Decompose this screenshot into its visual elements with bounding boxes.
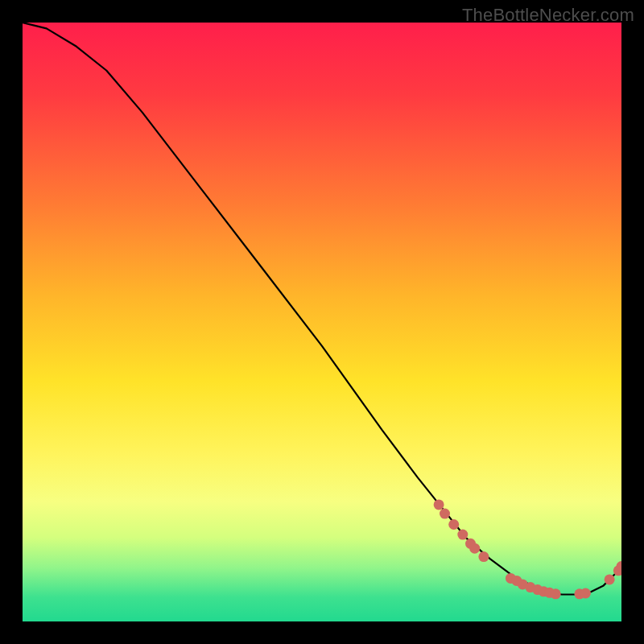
data-marker <box>469 543 480 554</box>
chart-svg <box>23 23 621 621</box>
plot-area <box>23 23 621 621</box>
data-marker <box>478 551 489 562</box>
data-marker <box>605 574 615 584</box>
data-marker <box>448 519 459 530</box>
chart-frame: TheBottleNecker.com <box>0 0 644 644</box>
data-marker <box>551 588 561 599</box>
data-marker <box>580 588 591 599</box>
data-marker <box>434 499 444 510</box>
data-marker <box>440 509 450 519</box>
data-marker <box>457 530 468 540</box>
watermark-text: TheBottleNecker.com <box>462 5 634 26</box>
gradient-background <box>23 23 621 621</box>
